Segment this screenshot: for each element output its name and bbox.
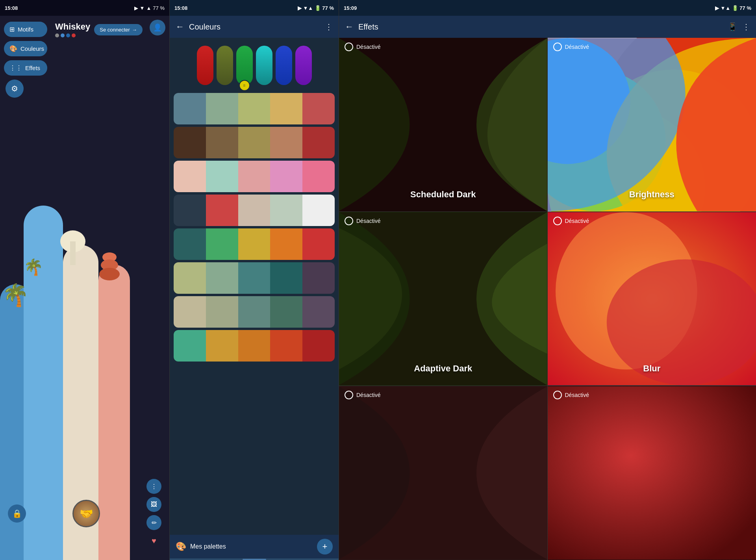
brightness-art xyxy=(548,38,756,211)
panel2-title: Couleurs xyxy=(189,22,320,32)
sidebar-item-motifs[interactable]: ⊞ Motifs xyxy=(4,22,47,37)
pill-red[interactable] xyxy=(197,46,213,85)
palm-tree-dark: 🌴 xyxy=(2,282,29,308)
palette-row-3[interactable] xyxy=(174,195,335,226)
effect-card-blur[interactable]: Désactivé Blur xyxy=(548,212,756,386)
connect-button[interactable]: Se connecter → xyxy=(94,24,143,35)
pill-teal[interactable] xyxy=(256,46,272,85)
palette-row-5[interactable] xyxy=(174,262,335,294)
lock-button[interactable]: 🔒 xyxy=(8,504,26,523)
adaptive-dark-label-area: Désactivé xyxy=(345,217,380,225)
user-avatar-button[interactable]: 👤 xyxy=(150,20,165,35)
panel3-statusbar: 15:09 ▶ ▼▲ 🔋 77 % xyxy=(339,0,756,16)
panel2-more-button[interactable]: ⋮ xyxy=(325,22,333,32)
panel2-bottom-bar: 🎨 Mes palettes + xyxy=(170,535,339,558)
empty1-art xyxy=(339,386,547,560)
dot-1 xyxy=(55,33,59,37)
swatch xyxy=(174,93,206,124)
swatch xyxy=(238,228,271,260)
pill-blue[interactable] xyxy=(276,46,292,85)
swatch xyxy=(174,161,206,192)
pill-green[interactable]: = xyxy=(236,46,253,85)
swatch xyxy=(302,93,335,124)
palette-row-1[interactable] xyxy=(174,127,335,158)
more-options-button[interactable]: ⋮ xyxy=(146,479,161,494)
swatch xyxy=(238,161,271,192)
panel3-back-button[interactable]: ← xyxy=(345,22,354,32)
swatch xyxy=(270,262,302,294)
battery-icon: 77 % xyxy=(153,5,165,11)
edit-button[interactable]: ✏ xyxy=(146,515,161,530)
wifi-icon: ▲ xyxy=(146,5,151,11)
palette-row-7[interactable] xyxy=(174,330,335,362)
radio-empty2 xyxy=(553,391,562,399)
panel-couleurs: 15:08 ▶ ▼▲ 🔋 77 % ← Couleurs ⋮ = xyxy=(169,0,339,560)
panel2-back-button[interactable]: ← xyxy=(176,22,184,32)
right-controls: ⋮ 🖼 ✏ ♥ xyxy=(146,479,161,548)
adaptive-dark-title: Adaptive Dark xyxy=(339,363,547,374)
panel3-more-button[interactable]: ⋮ xyxy=(742,22,750,32)
favorite-button[interactable]: ♥ xyxy=(146,533,161,548)
panel3-device-icon[interactable]: 📱 xyxy=(728,22,737,32)
palette-row-6[interactable] xyxy=(174,296,335,328)
nav-sidebar: ⊞ Motifs 🎨 Couleurs ⋮⋮ Effets ⚙ xyxy=(0,16,51,104)
stack-decoration xyxy=(98,251,121,284)
mes-palettes-label: Mes palettes xyxy=(190,543,313,550)
empty2-status: Désactivé xyxy=(565,392,589,398)
swatch xyxy=(206,262,238,294)
panel-main: 15:08 ▶ ▼ ▲ 77 % ⊞ Motifs 🎨 Couleurs ⋮⋮ … xyxy=(0,0,169,560)
sidebar-item-effets[interactable]: ⋮⋮ Effets xyxy=(4,60,47,76)
palm-tree-light: 🌴 xyxy=(24,258,43,276)
app-title: Whiskey xyxy=(55,22,90,32)
effect-card-empty1[interactable]: Désactivé xyxy=(339,386,548,560)
center-avatar[interactable]: 🤝 xyxy=(72,500,100,527)
sidebar-item-couleurs[interactable]: 🎨 Couleurs xyxy=(4,41,47,56)
scroll-dot xyxy=(243,559,266,560)
swatch xyxy=(206,161,238,192)
swatch xyxy=(174,127,206,158)
pill-olive[interactable] xyxy=(217,46,233,85)
dot-3 xyxy=(66,33,70,37)
swatch xyxy=(270,296,302,328)
swatch xyxy=(302,228,335,260)
radio-brightness xyxy=(553,43,562,51)
panel-effets: 15:09 ▶ ▼▲ 🔋 77 % ← Effets 📱 ⋮ Désactivé… xyxy=(339,0,756,560)
dot-4 xyxy=(72,33,76,37)
scheduled-dark-status: Désactivé xyxy=(356,44,380,50)
effect-card-scheduled-dark[interactable]: Désactivé Scheduled Dark xyxy=(339,38,548,212)
swatch xyxy=(270,330,302,362)
add-palette-button[interactable]: + xyxy=(317,539,333,554)
swatch xyxy=(302,296,335,328)
svg-rect-1 xyxy=(70,241,76,265)
scheduled-dark-label-area: Désactivé xyxy=(345,43,380,51)
effect-card-empty2[interactable]: Désactivé xyxy=(548,386,756,560)
blur-status: Désactivé xyxy=(565,218,589,224)
palette-row-4[interactable] xyxy=(174,228,335,260)
panel1-time: 15:08 xyxy=(5,5,18,11)
user-icon: 👤 xyxy=(153,23,162,32)
mushroom-tree xyxy=(59,230,87,267)
palette-row-2[interactable] xyxy=(174,161,335,192)
empty1-status: Désactivé xyxy=(356,392,380,398)
swatch xyxy=(302,195,335,226)
empty1-label-area: Désactivé xyxy=(345,391,380,399)
swatch xyxy=(270,93,302,124)
pill-purple[interactable] xyxy=(295,46,312,85)
scroll-indicator xyxy=(170,558,339,560)
palette-row-0[interactable] xyxy=(174,93,335,124)
swatch xyxy=(238,93,271,124)
radio-empty1 xyxy=(345,391,353,399)
effect-card-brightness[interactable]: Désactivé Brightness xyxy=(548,38,756,212)
settings-button[interactable]: ⚙ xyxy=(6,80,24,98)
panel2-statusbar: 15:08 ▶ ▼▲ 🔋 77 % xyxy=(170,0,339,16)
panel2-header: ← Couleurs ⋮ xyxy=(170,16,339,38)
swatch xyxy=(302,262,335,294)
swatch xyxy=(206,228,238,260)
brightness-status: Désactivé xyxy=(565,44,589,50)
panel3-header: ← Effets 📱 ⋮ xyxy=(339,16,756,38)
swatch xyxy=(238,127,271,158)
wallpaper-icon-button[interactable]: 🖼 xyxy=(146,497,161,512)
avatar-emoji: 🤝 xyxy=(80,507,93,520)
effect-card-adaptive-dark[interactable]: Désactivé Adaptive Dark xyxy=(339,212,548,386)
bottom-controls: 🔒 🤝 ⋮ 🖼 ✏ ♥ xyxy=(0,479,169,548)
